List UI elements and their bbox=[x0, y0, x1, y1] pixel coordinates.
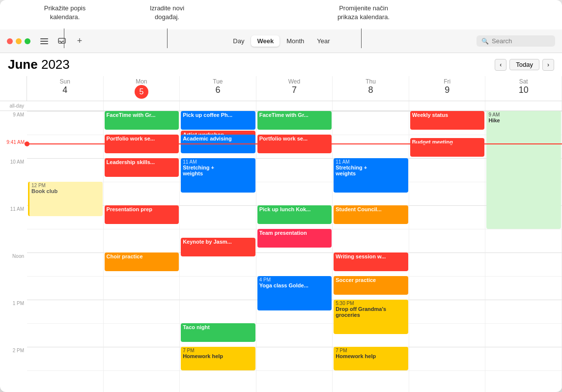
time-cell-row10-day3[interactable] bbox=[256, 347, 333, 370]
event-e8[interactable]: Portfolio work se... bbox=[257, 135, 332, 153]
allday-thu[interactable] bbox=[333, 101, 409, 111]
event-e12[interactable]: 11 AMStretching +weights bbox=[334, 158, 408, 193]
time-cell-row5-day1[interactable] bbox=[104, 229, 180, 252]
time-cell-row9-day6[interactable] bbox=[485, 323, 562, 347]
event-e24[interactable]: Taco night bbox=[181, 323, 255, 342]
event-e27[interactable]: 7 PMHomework help bbox=[334, 347, 408, 370]
time-cell-row2-day3[interactable] bbox=[256, 158, 333, 182]
event-e2[interactable]: Pick up coffee Ph... bbox=[181, 111, 255, 130]
time-cell-row9-day1[interactable] bbox=[104, 323, 180, 347]
event-e15[interactable]: Pick up lunch Kok... bbox=[257, 205, 332, 224]
event-e26[interactable]: 7 PMHomework help bbox=[181, 347, 255, 370]
event-e6[interactable]: Portfolio work se... bbox=[105, 135, 179, 153]
time-cell-row6-day6[interactable] bbox=[485, 252, 562, 276]
time-cell-row11-day5[interactable] bbox=[409, 370, 486, 392]
event-e4[interactable]: Weekly status bbox=[410, 111, 485, 130]
time-cell-row6-day5[interactable] bbox=[409, 252, 486, 276]
view-week-button[interactable]: Week bbox=[251, 35, 280, 47]
allday-fri[interactable] bbox=[409, 101, 486, 111]
inbox-button[interactable] bbox=[55, 35, 69, 47]
allday-wed[interactable] bbox=[256, 101, 333, 111]
time-cell-row5-day0[interactable] bbox=[27, 229, 104, 252]
event-e7[interactable]: Academic advising bbox=[181, 135, 255, 153]
time-cell-row11-day6[interactable] bbox=[485, 370, 562, 392]
time-cell-row2-day0[interactable] bbox=[27, 158, 104, 182]
time-cell-row4-day2[interactable] bbox=[180, 205, 256, 229]
allday-tue[interactable] bbox=[180, 101, 256, 111]
event-e25[interactable]: 5:30 PMDrop off Grandma'sgroceries bbox=[334, 300, 408, 334]
time-cell-row1-day4[interactable] bbox=[333, 135, 409, 158]
event-e21[interactable]: 4 PMYoga class Golde... bbox=[257, 276, 332, 310]
search-box[interactable]: 🔍 bbox=[477, 35, 555, 47]
time-cell-row10-day6[interactable] bbox=[485, 347, 562, 370]
event-e18[interactable]: Keynote by Jasm... bbox=[181, 238, 255, 256]
time-cell-row3-day5[interactable] bbox=[409, 182, 486, 205]
time-cell-row11-day3[interactable] bbox=[256, 370, 333, 392]
time-cell-row4-day5[interactable] bbox=[409, 205, 486, 229]
time-cell-row1-day0[interactable] bbox=[27, 135, 104, 158]
time-cell-row2-day5[interactable] bbox=[409, 158, 486, 182]
time-cell-row5-day4[interactable] bbox=[333, 229, 409, 252]
time-cell-row8-day5[interactable] bbox=[409, 300, 486, 323]
day-header-wed: Wed 7 bbox=[256, 76, 333, 101]
view-year-button[interactable]: Year bbox=[311, 35, 336, 47]
allday-sun[interactable] bbox=[27, 101, 104, 111]
event-e10[interactable]: Leadership skills... bbox=[105, 158, 179, 177]
close-button[interactable] bbox=[7, 38, 13, 44]
time-cell-row10-day5[interactable] bbox=[409, 347, 486, 370]
minimize-button[interactable] bbox=[16, 38, 22, 44]
time-cell-row8-day2[interactable] bbox=[180, 300, 256, 323]
today-button[interactable]: Today bbox=[509, 59, 539, 70]
time-cell-row7-day6[interactable] bbox=[485, 276, 562, 300]
time-cell-row3-day3[interactable] bbox=[256, 182, 333, 205]
time-cell-row6-day0[interactable] bbox=[27, 252, 104, 276]
allday-mon[interactable] bbox=[104, 101, 180, 111]
time-cell-row7-day5[interactable] bbox=[409, 276, 486, 300]
event-e9[interactable]: Budget meeting bbox=[410, 138, 485, 157]
time-cell-row11-day0[interactable] bbox=[27, 370, 104, 392]
event-e22[interactable]: Soccer practice bbox=[334, 276, 408, 295]
view-month-button[interactable]: Month bbox=[281, 35, 310, 47]
calendar-list-button[interactable] bbox=[37, 35, 51, 47]
view-day-button[interactable]: Day bbox=[227, 35, 250, 47]
time-cell-row8-day1[interactable] bbox=[104, 300, 180, 323]
time-cell-row8-day0[interactable] bbox=[27, 300, 104, 323]
time-cell-row5-day6[interactable] bbox=[485, 229, 562, 252]
event-e20[interactable]: Writing session w... bbox=[334, 252, 408, 271]
time-cell-row10-day0[interactable] bbox=[27, 347, 104, 370]
add-event-button[interactable]: + bbox=[73, 35, 86, 47]
maximize-button[interactable] bbox=[25, 38, 30, 44]
time-cell-row8-day6[interactable] bbox=[485, 300, 562, 323]
event-title-e22: Soccer practice bbox=[336, 277, 406, 283]
time-cell-row11-day1[interactable] bbox=[104, 370, 180, 392]
time-cell-row11-day4[interactable] bbox=[333, 370, 409, 392]
time-cell-row9-day5[interactable] bbox=[409, 323, 486, 347]
time-cell-row7-day1[interactable] bbox=[104, 276, 180, 300]
time-cell-row10-day1[interactable] bbox=[104, 347, 180, 370]
search-input[interactable] bbox=[492, 37, 551, 45]
time-cell-row9-day3[interactable] bbox=[256, 323, 333, 347]
event-e23[interactable]: 9 AMHike bbox=[486, 111, 561, 229]
time-cell-row3-day1[interactable] bbox=[104, 182, 180, 205]
time-cell-row5-day5[interactable] bbox=[409, 229, 486, 252]
time-cell-row6-day3[interactable] bbox=[256, 252, 333, 276]
event-e19[interactable]: Choir practice bbox=[105, 252, 179, 271]
time-cell-row0-day4[interactable] bbox=[333, 111, 409, 135]
event-title-e7: Academic advising bbox=[183, 136, 253, 141]
time-cell-row11-day2[interactable] bbox=[180, 370, 256, 392]
time-cell-row7-day2[interactable] bbox=[180, 276, 256, 300]
event-e17[interactable]: Team presentation bbox=[257, 229, 332, 248]
event-e11[interactable]: 11 AMStretching +weights bbox=[181, 158, 255, 193]
time-cell-row9-day0[interactable] bbox=[27, 323, 104, 347]
month-header: June 2023 ‹ Today › bbox=[0, 53, 562, 76]
event-e3[interactable]: FaceTime with Gr... bbox=[257, 111, 332, 130]
prev-button[interactable]: ‹ bbox=[495, 59, 506, 71]
event-e16[interactable]: Student Council... bbox=[334, 205, 408, 224]
event-e1[interactable]: FaceTime with Gr... bbox=[105, 111, 179, 130]
time-cell-row0-day0[interactable] bbox=[27, 111, 104, 135]
time-cell-row7-day0[interactable] bbox=[27, 276, 104, 300]
next-button[interactable]: › bbox=[542, 59, 554, 71]
event-e14[interactable]: Presentation prep bbox=[105, 205, 179, 224]
allday-sat[interactable] bbox=[485, 101, 562, 111]
event-e13[interactable]: 12 PMBook club bbox=[28, 182, 103, 216]
